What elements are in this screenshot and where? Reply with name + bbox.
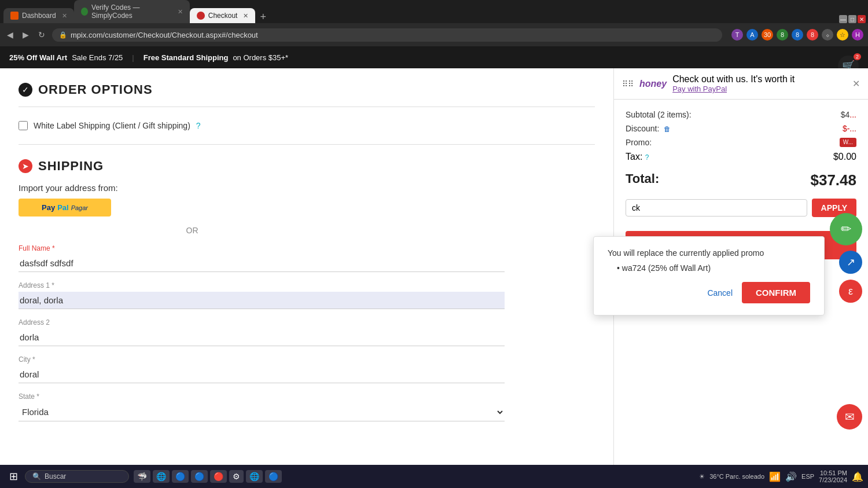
taskbar-time: 10:51 PM 7/23/2024: [819, 469, 847, 483]
confirm-promo-button[interactable]: CONFIRM: [742, 282, 810, 303]
state-label: State *: [19, 392, 505, 401]
paypal-import-button[interactable]: Pay Pal Pagar: [19, 199, 111, 217]
taskbar-app-chrome1[interactable]: 🔵: [172, 470, 189, 483]
white-label-checkbox[interactable]: [19, 121, 28, 130]
promo-row: Promo: W...: [626, 138, 856, 147]
promo-value: W...: [840, 138, 856, 147]
full-name-input[interactable]: [19, 255, 505, 272]
honey-paypal-link[interactable]: Pay with PayPal: [672, 85, 795, 93]
taskbar-search[interactable]: 🔍 Buscar: [25, 470, 129, 483]
total-row: Total: $37.48: [626, 171, 856, 189]
shipping-header: ➤ SHIPPING: [19, 159, 595, 174]
tray-volume-icon[interactable]: 🔊: [785, 471, 797, 482]
add-tab-button[interactable]: +: [255, 11, 271, 23]
taskbar-app-misc3[interactable]: 🌐: [246, 470, 263, 483]
city-input[interactable]: [19, 366, 505, 383]
discount-delete-icon[interactable]: 🗑: [664, 125, 671, 133]
taskbar-app-fish[interactable]: 🦈: [134, 470, 150, 483]
honey-logo: honey: [639, 79, 667, 89]
red-fab-icon[interactable]: ε: [839, 280, 862, 303]
honey-close-button[interactable]: ✕: [852, 78, 860, 89]
dialog-actions: Cancel CONFIRM: [608, 282, 810, 303]
tab-favicon-checkout: [197, 12, 205, 20]
address1-input[interactable]: [19, 292, 505, 309]
forward-button[interactable]: ▶: [20, 29, 31, 41]
tray-date: 7/23/2024: [819, 476, 847, 483]
order-options-header: ✓ ORDER OPTIONS: [19, 82, 595, 97]
tray-weather-icon: ☀: [699, 473, 705, 480]
main-content: ✓ ORDER OPTIONS White Label Shipping (Cl…: [0, 68, 868, 488]
ext-icon-3[interactable]: 8: [792, 29, 803, 41]
tax-help-icon[interactable]: ?: [645, 153, 649, 162]
taskbar-app-misc4[interactable]: 🔵: [265, 470, 282, 483]
close-tab-verify[interactable]: ✕: [178, 8, 183, 16]
taskbar-app-misc1[interactable]: 🔴: [210, 470, 227, 483]
order-options-check-icon: ✓: [19, 83, 32, 97]
discount-value: $-...: [843, 124, 856, 133]
close-tab-dashboard[interactable]: ✕: [62, 12, 67, 20]
honey-content: Check out with us. It's worth it Pay wit…: [672, 74, 795, 93]
tax-value: $0.00: [833, 152, 856, 162]
promo-input-area: APPLY: [626, 199, 856, 217]
tab-label-dashboard: Dashboard: [22, 12, 56, 20]
address-bar-row: ◀ ▶ ↻ 🔒 mpix.com/customer/Checkout/Check…: [0, 23, 868, 46]
full-name-label: Full Name *: [19, 244, 505, 252]
mail-fab-icon[interactable]: ✉: [837, 404, 862, 430]
subtotal-value: $4...: [841, 110, 856, 119]
paypal-logo-pal: Pal: [57, 203, 69, 212]
back-button[interactable]: ◀: [5, 29, 16, 41]
taskbar-app-chrome2[interactable]: 🔵: [191, 470, 208, 483]
tab-verify[interactable]: Verify Codes — SimplyCodes ✕: [74, 0, 190, 23]
subtotal-row: Subtotal (2 items): $4...: [626, 110, 856, 119]
confirm-promo-dialog: You will replace the currently applied p…: [593, 236, 825, 315]
discount-row: Discount: 🗑 $-...: [626, 124, 856, 133]
address2-input[interactable]: [19, 329, 505, 346]
total-value: $37.48: [810, 171, 856, 189]
url-text: mpix.com/customer/Checkout/Checkout.aspx…: [71, 31, 258, 39]
search-icon: 🔍: [32, 472, 41, 480]
start-button[interactable]: ⊞: [5, 468, 23, 485]
tab-checkout[interactable]: Checkout ✕: [190, 8, 256, 23]
translate-icon[interactable]: T: [731, 29, 743, 41]
favorites-icon[interactable]: ☆: [837, 29, 848, 41]
tray-lang: ESP: [801, 473, 814, 480]
city-label: City *: [19, 355, 505, 364]
white-label-help-icon[interactable]: ?: [196, 121, 201, 130]
tray-network-icon[interactable]: 📶: [769, 471, 781, 482]
promo-banner: 25% Off Wall Art Sale Ends 7/25 | Free S…: [0, 46, 868, 68]
search-label: Buscar: [45, 472, 66, 480]
shipping-arrow-icon: ➤: [19, 159, 32, 173]
taskbar-app-edge[interactable]: 🌐: [153, 470, 170, 483]
extensions-icon[interactable]: ⬦: [822, 29, 833, 41]
tray-notification-icon[interactable]: 🔔: [852, 471, 863, 482]
minimize-button[interactable]: —: [839, 15, 847, 23]
address1-label: Address 1 *: [19, 281, 505, 289]
full-name-field: Full Name *: [19, 244, 505, 272]
ext-icon-2[interactable]: 8: [777, 29, 788, 41]
promo-code-input[interactable]: [626, 199, 807, 217]
import-label: Import your address from:: [19, 183, 595, 193]
subtotal-label: Subtotal (2 items):: [626, 110, 692, 119]
cancel-promo-button[interactable]: Cancel: [707, 288, 733, 298]
address-bar[interactable]: 🔒 mpix.com/customer/Checkout/Checkout.as…: [52, 28, 722, 42]
profile-icon[interactable]: A: [746, 29, 758, 41]
promo-text-2: Sale Ends 7/25: [72, 53, 123, 62]
taskbar-app-misc2[interactable]: ⚙: [229, 470, 244, 483]
refresh-button[interactable]: ↻: [36, 29, 47, 41]
cart-badge: 2: [854, 53, 861, 60]
maximize-button[interactable]: □: [848, 15, 856, 23]
ext-icon-1[interactable]: 30: [762, 29, 773, 41]
tax-row: Tax: ? $0.00: [626, 152, 856, 162]
tab-dashboard[interactable]: Dashboard ✕: [3, 8, 74, 23]
taskbar-tray: ☀ 36°C Parc. soleado 📶 🔊 ESP 10:51 PM 7/…: [699, 469, 863, 483]
close-tab-checkout[interactable]: ✕: [243, 12, 248, 20]
honey-icon[interactable]: H: [852, 29, 863, 41]
discount-label: Discount: 🗑: [626, 124, 671, 133]
tray-temp: 36°C Parc. soleado: [709, 473, 764, 480]
blue-fab-icon[interactable]: ↗: [839, 251, 862, 274]
state-select[interactable]: Florida: [19, 403, 505, 421]
close-window-button[interactable]: ✕: [858, 15, 866, 23]
green-fab-icon[interactable]: ✏: [830, 213, 862, 245]
shipping-divider: [19, 144, 595, 145]
ext-icon-4[interactable]: 8: [807, 29, 818, 41]
